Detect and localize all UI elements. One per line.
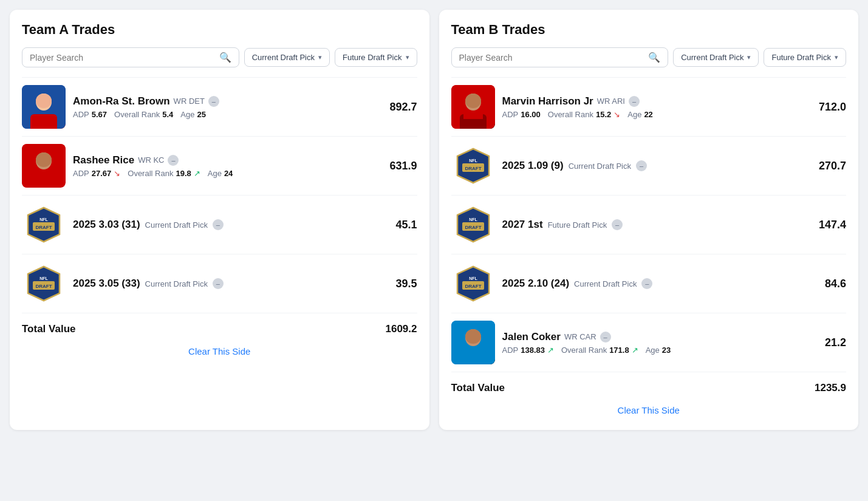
team-b-search-input[interactable] bbox=[459, 53, 646, 63]
player-value-amon: 892.7 bbox=[381, 101, 417, 114]
draft-pick-name-303: 2025 3.03 (31) bbox=[73, 219, 140, 231]
team-a-future-draft-pick-dropdown[interactable]: Future Draft Pick ▾ bbox=[335, 48, 417, 67]
player-value-pick305: 39.5 bbox=[381, 278, 417, 290]
player-info-pick210: 2025 2.10 (24) Current Draft Pick – bbox=[502, 278, 803, 290]
nfl-draft-logo-2027: NFL DRAFT bbox=[451, 203, 495, 247]
player-value-rashee: 631.9 bbox=[381, 160, 417, 172]
team-b-current-draft-pick-dropdown[interactable]: Current Draft Pick ▾ bbox=[673, 48, 759, 67]
team-a-total-label: Total Value bbox=[22, 323, 76, 335]
draft-pick-name-210: 2025 2.10 (24) bbox=[502, 278, 570, 290]
player-stats-amon: ADP 5.67 Overall Rank 5.4 Age 25 bbox=[73, 110, 374, 119]
remove-jalen-button[interactable]: – bbox=[600, 332, 611, 343]
svg-text:NFL: NFL bbox=[469, 276, 477, 281]
nfl-draft-logo-109: NFL DRAFT bbox=[451, 144, 495, 188]
team-a-search-icon: 🔍 bbox=[219, 52, 231, 63]
player-value-jalen: 21.2 bbox=[810, 336, 846, 349]
remove-pick109-button[interactable]: – bbox=[636, 160, 647, 171]
svg-text:NFL: NFL bbox=[39, 217, 48, 222]
team-a-clear-button[interactable]: Clear This Side bbox=[22, 340, 417, 359]
nfl-draft-logo-303: NFL DRAFT bbox=[22, 203, 66, 247]
player-row-amon: Amon-Ra St. Brown WR DET – ADP 5.67 Over… bbox=[22, 77, 417, 136]
player-name-marvin: Marvin Harrison Jr bbox=[502, 95, 593, 107]
rank-trend-up-rashee: ↗ bbox=[194, 169, 200, 178]
remove-pick2027-button[interactable]: – bbox=[612, 219, 623, 230]
player-value-pick210: 84.6 bbox=[810, 278, 846, 290]
team-b-clear-button[interactable]: Clear This Side bbox=[451, 399, 847, 418]
svg-text:DRAFT: DRAFT bbox=[35, 225, 52, 230]
player-name-jalen: Jalen Coker bbox=[502, 331, 561, 343]
team-b-title: Team B Trades bbox=[451, 22, 847, 38]
chevron-down-icon: ▾ bbox=[835, 53, 838, 61]
team-b-search-row: 🔍 Current Draft Pick ▾ Future Draft Pick… bbox=[451, 47, 847, 67]
team-b-panel: Team B Trades 🔍 Current Draft Pick ▾ Fut… bbox=[439, 10, 859, 430]
svg-point-3 bbox=[36, 94, 52, 108]
remove-pick303-button[interactable]: – bbox=[213, 219, 224, 230]
player-value-pick303: 45.1 bbox=[381, 219, 417, 231]
svg-text:DRAFT: DRAFT bbox=[465, 284, 481, 289]
player-info-pick303: 2025 3.03 (31) Current Draft Pick – bbox=[73, 219, 374, 231]
team-b-future-draft-pick-dropdown[interactable]: Future Draft Pick ▾ bbox=[764, 48, 846, 67]
avatar-rashee bbox=[22, 144, 66, 188]
player-pos-team-marvin: WR ARI bbox=[597, 97, 625, 106]
player-name-rashee: Rashee Rice bbox=[73, 154, 134, 166]
remove-pick305-button[interactable]: – bbox=[213, 278, 224, 289]
draft-pick-name-2027: 2027 1st bbox=[502, 219, 543, 231]
svg-text:NFL: NFL bbox=[39, 276, 48, 281]
player-info-marvin: Marvin Harrison Jr WR ARI – ADP 16.00 Ov… bbox=[502, 95, 803, 119]
player-pos-team-jalen: WR CAR bbox=[564, 332, 596, 341]
svg-rect-2 bbox=[30, 114, 57, 129]
player-row-pick109: NFL DRAFT 2025 1.09 (9) Current Draft Pi… bbox=[451, 136, 847, 195]
team-a-search-wrap: 🔍 bbox=[22, 47, 239, 67]
svg-text:DRAFT: DRAFT bbox=[35, 284, 52, 289]
player-info-amon: Amon-Ra St. Brown WR DET – ADP 5.67 Over… bbox=[73, 95, 374, 119]
player-stats-marvin: ADP 16.00 Overall Rank 15.2 ↘ Age 22 bbox=[502, 110, 803, 119]
svg-text:DRAFT: DRAFT bbox=[465, 166, 481, 171]
player-value-marvin: 712.0 bbox=[810, 101, 846, 114]
chevron-down-icon: ▾ bbox=[747, 53, 751, 61]
adp-trend-down-rashee: ↘ bbox=[114, 169, 120, 178]
avatar-marvin bbox=[451, 85, 495, 129]
rank-trend-down-marvin: ↘ bbox=[613, 110, 620, 119]
player-row-jalen: Jalen Coker WR CAR – ADP 138.83 ↗ Overal… bbox=[451, 313, 847, 372]
player-row-pick303: NFL DRAFT 2025 3.03 (31) Current Draft P… bbox=[22, 195, 417, 254]
chevron-down-icon: ▾ bbox=[406, 53, 409, 61]
nfl-draft-logo-210: NFL DRAFT bbox=[451, 262, 495, 305]
team-a-search-input[interactable] bbox=[30, 53, 217, 63]
team-a-current-draft-pick-dropdown[interactable]: Current Draft Pick ▾ bbox=[244, 48, 330, 67]
player-photo-marvin bbox=[451, 85, 495, 129]
svg-text:NFL: NFL bbox=[469, 158, 477, 163]
svg-rect-22 bbox=[463, 112, 483, 119]
remove-amon-button[interactable]: – bbox=[208, 96, 219, 107]
adp-trend-up-jalen: ↗ bbox=[547, 346, 554, 355]
remove-pick210-button[interactable]: – bbox=[641, 278, 652, 289]
remove-marvin-button[interactable]: – bbox=[629, 96, 640, 107]
draft-pick-type-305: Current Draft Pick bbox=[145, 279, 208, 288]
trade-container: Team A Trades 🔍 Current Draft Pick ▾ Fut… bbox=[10, 10, 858, 430]
svg-point-7 bbox=[36, 152, 52, 167]
player-row-pick2027: NFL DRAFT 2027 1st Future Draft Pick – 1… bbox=[451, 195, 847, 254]
remove-rashee-button[interactable]: – bbox=[168, 155, 179, 166]
player-info-pick109: 2025 1.09 (9) Current Draft Pick – bbox=[502, 160, 803, 172]
player-info-rashee: Rashee Rice WR KC – ADP 27.67 ↘ Overall … bbox=[73, 154, 374, 178]
player-photo-jalen bbox=[451, 321, 495, 364]
draft-pick-type-303: Current Draft Pick bbox=[145, 220, 208, 230]
player-info-pick2027: 2027 1st Future Draft Pick – bbox=[502, 219, 803, 231]
team-b-total-value: 1235.9 bbox=[815, 382, 846, 394]
svg-point-21 bbox=[465, 94, 481, 108]
team-a-panel: Team A Trades 🔍 Current Draft Pick ▾ Fut… bbox=[10, 10, 429, 430]
chevron-down-icon: ▾ bbox=[318, 53, 322, 61]
draft-pick-type-109: Current Draft Pick bbox=[569, 162, 631, 171]
draft-pick-name-109: 2025 1.09 (9) bbox=[502, 160, 564, 172]
draft-pick-name-row-109: 2025 1.09 (9) Current Draft Pick – bbox=[502, 160, 803, 172]
team-b-search-wrap: 🔍 bbox=[451, 47, 669, 67]
team-b-total-label: Total Value bbox=[451, 382, 505, 394]
team-a-title: Team A Trades bbox=[22, 22, 417, 38]
avatar-jalen bbox=[451, 321, 495, 364]
player-name-row-jalen: Jalen Coker WR CAR – bbox=[502, 331, 803, 343]
draft-pick-name-row-303: 2025 3.03 (31) Current Draft Pick – bbox=[73, 219, 374, 231]
team-b-total-row: Total Value 1235.9 bbox=[451, 372, 847, 399]
svg-point-41 bbox=[465, 329, 481, 344]
rank-trend-up-jalen: ↗ bbox=[632, 346, 638, 355]
player-row-rashee: Rashee Rice WR KC – ADP 27.67 ↘ Overall … bbox=[22, 136, 417, 195]
team-a-total-value: 1609.2 bbox=[386, 323, 417, 335]
